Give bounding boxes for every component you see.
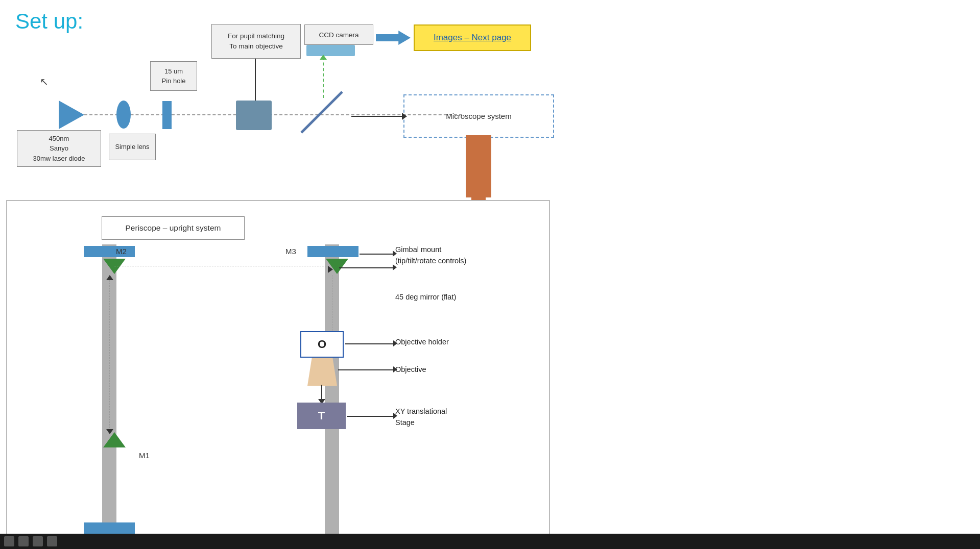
objective-arrow-line bbox=[338, 369, 394, 370]
pinhole-box: 15 umPin hole bbox=[150, 61, 197, 91]
taskbar-icon-2[interactable] bbox=[18, 536, 29, 546]
obj-holder-arrow-line bbox=[345, 343, 395, 344]
green-arrow-head-up bbox=[320, 55, 327, 60]
laser-triangle bbox=[59, 101, 84, 129]
pupil-matching-box: For pupil matchingTo main objective bbox=[211, 24, 301, 59]
simple-lens-box: Simple lens bbox=[109, 134, 156, 160]
dashed-horiz-m2m3 bbox=[114, 266, 329, 266]
cursor-indicator: ↖ bbox=[40, 76, 49, 88]
periscope-label-box: Periscope – upright system bbox=[102, 216, 245, 240]
pupil-arrow-line bbox=[255, 59, 256, 102]
ccd-label: CCD camera bbox=[319, 31, 358, 39]
blue-arrow-to-images bbox=[376, 31, 411, 45]
ccd-camera-box: CCD camera bbox=[304, 24, 373, 45]
blue-bar-right-top bbox=[307, 246, 358, 257]
obj-holder-label: Objective holder bbox=[395, 338, 449, 346]
beam-splitter-svg bbox=[296, 87, 352, 143]
xy-stage-annotation: XY translationalStage bbox=[395, 406, 447, 429]
simple-lens-shape bbox=[116, 101, 131, 129]
periscope-container: Periscope – upright system M2 M3 M1 bbox=[6, 200, 550, 547]
images-next-page-box[interactable]: Images – Next page bbox=[414, 24, 531, 51]
gimbal-arrow-head bbox=[393, 251, 397, 257]
down-arrow-to-m1 bbox=[106, 429, 113, 434]
taskbar-icon-3[interactable] bbox=[33, 536, 43, 546]
laser-label: 450nmSanyo30mw laser diode bbox=[33, 134, 85, 164]
mirror45-arrow-line bbox=[339, 267, 394, 268]
m2-mirror-triangle bbox=[103, 259, 126, 274]
objective-cone bbox=[307, 358, 337, 386]
objective-label: Objective bbox=[395, 365, 426, 373]
m2-label: M2 bbox=[116, 247, 127, 256]
obj-holder-arrow-head bbox=[393, 340, 397, 346]
taskbar-icons bbox=[0, 534, 57, 549]
slide: Set up: ↖ For pupil matchingTo main obje… bbox=[0, 0, 980, 549]
t-box: T bbox=[297, 403, 346, 429]
right-arrow-m3 bbox=[328, 266, 333, 273]
horiz-arrow-head bbox=[402, 113, 407, 120]
t-label: T bbox=[318, 409, 325, 422]
svg-line-0 bbox=[301, 92, 342, 133]
m1-label: M1 bbox=[139, 451, 150, 460]
microscope-label: Microscope system bbox=[446, 112, 511, 120]
xy-stage-arrow-line bbox=[347, 416, 394, 417]
objective-annotation: Objective bbox=[395, 365, 426, 373]
images-link-label: Images – Next page bbox=[434, 33, 511, 43]
pinhole-rect bbox=[162, 101, 172, 129]
xy-stage-label: XY translationalStage bbox=[395, 407, 447, 427]
mirror45-arrow-head bbox=[393, 264, 397, 270]
arrow-down-line bbox=[321, 385, 322, 400]
pinhole-label: 15 umPin hole bbox=[162, 66, 186, 86]
periscope-title: Periscope – upright system bbox=[126, 223, 221, 233]
pupil-text: For pupil matchingTo main objective bbox=[228, 31, 284, 52]
m1-mirror-triangle bbox=[103, 432, 126, 447]
objective-holder-box: O bbox=[300, 331, 344, 358]
objective-arrow-head bbox=[393, 366, 397, 372]
laser-box: 450nmSanyo30mw laser diode bbox=[17, 130, 101, 167]
simple-lens-label: Simple lens bbox=[115, 142, 149, 152]
taskbar-icon-4[interactable] bbox=[47, 536, 57, 546]
blue-bar-left-top bbox=[84, 246, 135, 257]
taskbar bbox=[0, 534, 980, 549]
xy-stage-arrow-head bbox=[393, 413, 397, 419]
green-dashed-vertical bbox=[323, 57, 324, 98]
up-arrow-m1-m2 bbox=[106, 275, 113, 280]
o-label: O bbox=[318, 338, 326, 351]
beam-element bbox=[236, 101, 272, 130]
page-title: Set up: bbox=[15, 9, 83, 34]
obj-holder-annotation: Objective holder bbox=[395, 338, 449, 346]
ccd-rect bbox=[306, 45, 355, 56]
gimbal-arrow-line bbox=[360, 254, 394, 255]
gimbal-annotation: Gimbal mount(tip/tilt/rotate controls) bbox=[395, 244, 466, 267]
blue-bar-left-bottom bbox=[84, 522, 135, 534]
dashed-vert-left bbox=[109, 275, 110, 431]
mirror45-label: 45 deg mirror (flat) bbox=[395, 293, 456, 301]
horiz-arrow-line bbox=[351, 116, 404, 117]
taskbar-icon-1[interactable] bbox=[4, 536, 14, 546]
mirror45-annotation: 45 deg mirror (flat) bbox=[395, 293, 456, 301]
microscope-box: Microscope system bbox=[403, 94, 554, 138]
m3-label: M3 bbox=[285, 247, 296, 256]
gimbal-label: Gimbal mount(tip/tilt/rotate controls) bbox=[395, 245, 466, 265]
